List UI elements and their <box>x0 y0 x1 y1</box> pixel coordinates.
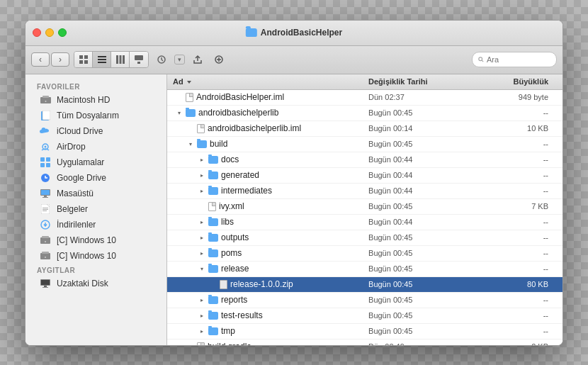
svg-rect-35 <box>43 197 48 198</box>
svg-rect-28 <box>46 157 50 162</box>
sidebar-item-apps[interactable]: Uygulamalar <box>28 155 164 170</box>
airdrop-icon <box>40 141 51 152</box>
file-name-text: androidbasichelperlib.iml <box>208 123 301 133</box>
file-size: -- <box>486 296 557 304</box>
drive-icon <box>40 94 51 106</box>
file-row[interactable]: ▸ generated Bugün 00:44 -- <box>167 168 562 184</box>
maximize-button[interactable] <box>58 28 67 37</box>
file-row[interactable]: ▾ build Bugün 00:45 -- <box>167 137 562 152</box>
devices-label: Aygıtlar <box>26 264 166 276</box>
forward-button[interactable]: › <box>51 52 69 67</box>
file-name-cell: androidbasichelperlib.iml <box>173 123 368 133</box>
file-date: Dün 02:37 <box>368 93 486 101</box>
file-row[interactable]: build.gradle Dün 02:49 2 KB <box>167 339 562 345</box>
file-row[interactable]: ▸ intermediates Bugün 00:44 -- <box>167 184 562 199</box>
back-button[interactable]: ‹ <box>31 52 50 67</box>
expand-triangle[interactable]: ▸ <box>198 313 205 319</box>
icon-view-button[interactable] <box>74 52 93 67</box>
expand-triangle[interactable]: ▾ <box>187 141 194 147</box>
file-name-text: test-results <box>221 310 263 320</box>
col-date-header[interactable]: Değişiklik Tarihi <box>368 77 486 86</box>
svg-line-14 <box>162 60 163 61</box>
file-row[interactable]: androidbasichelperlib.iml Bugün 00:14 10… <box>167 121 562 137</box>
cloud-icon <box>40 125 51 137</box>
file-row[interactable]: ▸ outputs Bugün 00:45 -- <box>167 230 562 246</box>
expand-triangle[interactable]: ▾ <box>198 266 205 272</box>
sidebar-item-label: Masaüstü <box>57 189 94 198</box>
file-row[interactable]: ▸ tmp Bugün 00:45 -- <box>167 324 562 339</box>
folder-icon <box>208 249 218 257</box>
file-row[interactable]: release-1.0.0.zip Bugün 00:45 80 KB <box>167 277 562 293</box>
file-row[interactable]: ivy.xml Bugün 00:45 7 KB <box>167 199 562 215</box>
sidebar-item-windows1[interactable]: [C] Windows 10 <box>28 232 164 248</box>
file-name-text: ivy.xml <box>219 201 244 211</box>
col-name-header[interactable]: Ad <box>173 77 368 86</box>
file-name-cell: AndroidBasicHelper.iml <box>173 92 368 102</box>
file-name-text: tmp <box>221 326 235 336</box>
file-name-cell: ▾ release <box>173 264 368 274</box>
expand-triangle[interactable]: ▸ <box>198 219 205 225</box>
file-name-cell: ivy.xml <box>173 201 368 211</box>
file-name-cell: ▸ intermediates <box>173 186 368 196</box>
svg-rect-38 <box>43 209 48 210</box>
expand-triangle[interactable]: ▸ <box>198 235 205 241</box>
sidebar-item-desktop[interactable]: Masaüstü <box>28 186 164 201</box>
expand-triangle[interactable]: ▸ <box>198 157 205 163</box>
svg-rect-48 <box>41 280 50 285</box>
search-box[interactable] <box>472 52 557 67</box>
expand-triangle[interactable]: ▸ <box>198 250 205 257</box>
svg-rect-24 <box>43 111 50 120</box>
file-row[interactable]: ▾ release Bugün 00:45 -- <box>167 262 562 277</box>
sidebar-item-google[interactable]: Google Drive <box>28 170 164 186</box>
expand-triangle[interactable]: ▸ <box>198 297 205 303</box>
col-size-header[interactable]: Büyüklük <box>486 77 557 86</box>
sidebar-item-label: Tüm Dosyalarım <box>57 111 119 120</box>
sidebar-item-windows2[interactable]: [C] Windows 10 <box>28 248 164 264</box>
file-row[interactable]: AndroidBasicHelper.iml Dün 02:37 949 byt… <box>167 90 562 106</box>
sidebar-item-all-files[interactable]: Tüm Dosyalarım <box>28 108 164 123</box>
window-title-text: AndroidBasicHelper <box>261 28 342 38</box>
sidebar-item-downloads[interactable]: İndirilenler <box>28 217 164 232</box>
file-name-cell: ▾ build <box>173 139 368 149</box>
file-row[interactable]: ▸ poms Bugün 00:45 -- <box>167 246 562 262</box>
close-button[interactable] <box>33 28 41 37</box>
file-date: Bugün 00:45 <box>368 108 486 117</box>
sort-dropdown[interactable]: ▾ <box>174 55 185 64</box>
gallery-view-button[interactable] <box>130 52 148 67</box>
folder-icon <box>208 172 218 179</box>
file-name-text: release <box>221 264 249 274</box>
expand-triangle[interactable]: ▸ <box>198 188 205 194</box>
sidebar-item-airdrop[interactable]: AirDrop <box>28 139 164 155</box>
file-row[interactable]: ▸ docs Bugün 00:44 -- <box>167 152 562 168</box>
search-input[interactable] <box>487 55 550 64</box>
file-date: Bugün 00:45 <box>368 296 486 304</box>
file-size: -- <box>486 108 557 117</box>
file-date: Bugün 00:45 <box>368 280 486 288</box>
column-view-button[interactable] <box>111 52 130 67</box>
file-row[interactable]: ▸ libs Bugün 00:44 -- <box>167 215 562 230</box>
file-row[interactable]: ▸ reports Bugün 00:45 -- <box>167 293 562 308</box>
expand-triangle[interactable]: ▾ <box>176 110 183 116</box>
folder-icon <box>208 156 218 164</box>
share-button[interactable] <box>189 51 206 68</box>
expand-triangle[interactable]: ▸ <box>198 328 205 335</box>
list-view-button[interactable] <box>93 52 111 67</box>
sidebar-item-remote[interactable]: Uzaktaki Disk <box>28 276 164 291</box>
file-row[interactable]: ▾ androidbasichelperlib Bugün 00:45 -- <box>167 106 562 121</box>
sidebar-item-documents[interactable]: Belgeler <box>28 201 164 217</box>
sidebar-item-icloud[interactable]: iCloud Drive <box>28 123 164 139</box>
minimize-button[interactable] <box>45 28 54 37</box>
sidebar-item-macintosh[interactable]: Macintosh HD <box>28 92 164 108</box>
expand-triangle[interactable]: ▸ <box>198 172 205 179</box>
content-area: Favoriler Macintosh HD Tüm Dosyalarım iC… <box>26 74 562 345</box>
tags-button[interactable] <box>210 51 227 68</box>
nav-buttons: ‹ › <box>31 52 69 67</box>
sidebar-item-label: [C] Windows 10 <box>57 251 116 261</box>
svg-rect-33 <box>41 190 50 195</box>
svg-rect-10 <box>135 55 143 60</box>
file-date: Dün 02:49 <box>368 342 486 345</box>
file-name-cell: ▸ test-results <box>173 310 368 320</box>
file-row[interactable]: ▸ test-results Bugün 00:45 -- <box>167 308 562 324</box>
arrange-button[interactable] <box>153 51 170 68</box>
file-date: Bugün 00:45 <box>368 249 486 257</box>
